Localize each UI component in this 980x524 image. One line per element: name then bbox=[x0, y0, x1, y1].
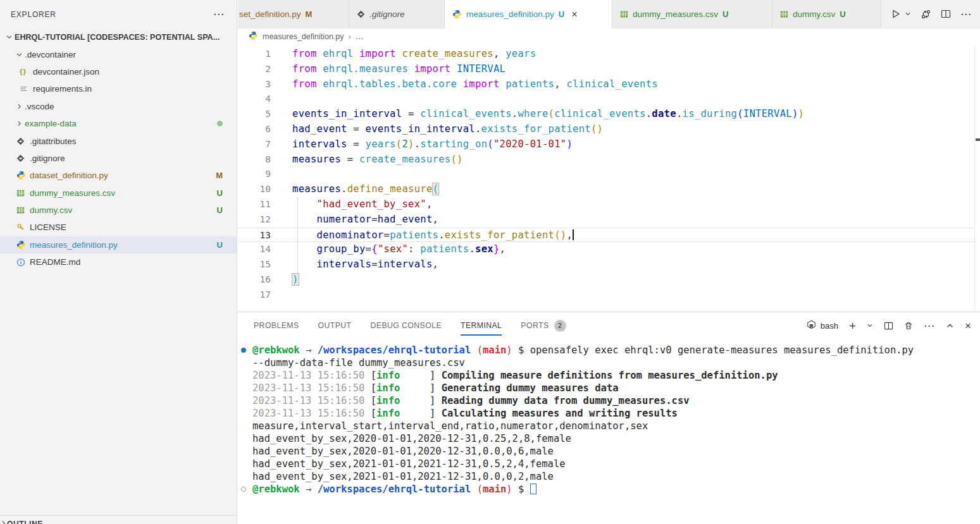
sidebar-item-measures-definition-py[interactable]: measures_definition.pyU bbox=[0, 236, 237, 253]
outline-divider bbox=[0, 515, 237, 516]
code-text: group_by={"sex": patients.sex}, bbox=[292, 242, 506, 257]
code-line-9[interactable]: 9 bbox=[238, 167, 974, 182]
sidebar-item-devcontainer[interactable]: .devcontainer bbox=[0, 46, 237, 63]
line-number: 10 bbox=[238, 182, 271, 197]
sidebar-item-devcontainer-json[interactable]: {}devcontainer.json bbox=[0, 63, 237, 80]
split-terminal-icon[interactable] bbox=[884, 321, 893, 331]
tab-measures-definition-py[interactable]: measures_definition.pyU× bbox=[445, 0, 612, 28]
panel-tab-problems[interactable]: PROBLEMS bbox=[254, 312, 299, 339]
terminal-line-2: --dummy-data-file dummy_measures.csv bbox=[238, 356, 980, 369]
tab-dummy-measures-csv[interactable]: dummy_measures.csvU bbox=[612, 0, 772, 28]
sidebar-item-license[interactable]: LICENSE bbox=[0, 219, 237, 236]
split-editor-icon[interactable] bbox=[941, 9, 951, 19]
sidebar-item-dummy-csv[interactable]: dummy.csvU bbox=[0, 202, 237, 219]
code-line-12[interactable]: 12 numerator=had_event, bbox=[238, 212, 974, 228]
editor-actions: ⋯ bbox=[881, 0, 980, 28]
git-status-badge: M bbox=[216, 171, 223, 180]
editor-group: set_definition.pyM.gitignoremeasures_def… bbox=[238, 0, 980, 524]
terminal-line-1: @rebkwok → /workspaces/ehrql-tutorial (m… bbox=[238, 344, 980, 356]
sidebar-item-dummy-measures-csv[interactable]: dummy_measures.csvU bbox=[0, 185, 237, 202]
line-number: 6 bbox=[238, 122, 271, 137]
breadcrumb: measures_definition.py › … bbox=[238, 28, 980, 45]
sidebar-item-vscode[interactable]: .vscode bbox=[0, 98, 237, 115]
code-line-2[interactable]: 2from ehrql.measures import INTERVAL bbox=[238, 62, 974, 77]
tab-dummy-csv[interactable]: dummy.csvU bbox=[772, 0, 881, 28]
code-line-16[interactable]: 16) bbox=[238, 272, 974, 288]
explorer-header: EXPLORER ⋯ bbox=[0, 0, 237, 28]
terminal-line-10: had_event_by_sex,2021-01-01,2021-12-31,0… bbox=[238, 458, 980, 470]
breadcrumb-file[interactable]: measures_definition.py bbox=[263, 32, 344, 41]
outline-section-header[interactable]: OUTLINE bbox=[0, 517, 237, 524]
sidebar-item-dataset-definition-py[interactable]: dataset_definition.pyM bbox=[0, 167, 237, 184]
panel-tab-ports[interactable]: PORTS2 bbox=[521, 312, 566, 339]
sidebar-item-readme-md[interactable]: README.md bbox=[0, 253, 237, 271]
sidebar-item-ehrql-tutorial-codespaces-potential-spa[interactable]: EHRQL-TUTORIAL [CODESPACES: POTENTIAL SP… bbox=[0, 28, 237, 46]
file-label: EHRQL-TUTORIAL [CODESPACES: POTENTIAL SP… bbox=[15, 33, 220, 42]
line-number: 4 bbox=[238, 92, 271, 107]
file-label: dataset_definition.py bbox=[30, 171, 108, 180]
close-tab-icon[interactable]: × bbox=[571, 9, 577, 20]
sidebar-item-gitignore[interactable]: .gitignore bbox=[0, 150, 237, 167]
file-label: .gitignore bbox=[30, 154, 65, 163]
info-icon bbox=[16, 258, 30, 267]
code-line-3[interactable]: 3from ehrql.tables.beta.core import pati… bbox=[238, 77, 974, 92]
code-line-6[interactable]: 6had_event = events_in_interval.exists_f… bbox=[238, 122, 974, 137]
code-text: ) bbox=[292, 272, 299, 288]
tab-label: dummy.csv bbox=[793, 9, 835, 19]
shell-icon bbox=[807, 320, 816, 331]
panel-tab-output[interactable]: OUTPUT bbox=[318, 312, 352, 339]
code-text: measures.define_measure( bbox=[292, 182, 438, 197]
line-number: 3 bbox=[238, 77, 271, 92]
code-line-1[interactable]: 1from ehrql import create_measures, year… bbox=[238, 47, 974, 62]
terminal-shell-label[interactable]: bash bbox=[807, 320, 838, 331]
prompt-decoration-icon bbox=[241, 487, 246, 492]
file-label: LICENSE bbox=[30, 222, 66, 232]
panel-tab-debug-console[interactable]: DEBUG CONSOLE bbox=[371, 312, 442, 339]
new-terminal-icon[interactable]: + bbox=[849, 320, 856, 332]
dropdown-icon[interactable] bbox=[867, 322, 873, 329]
panel-tab-terminal[interactable]: TERMINAL bbox=[461, 312, 502, 339]
tab-set-definition-py[interactable]: set_definition.pyM bbox=[238, 0, 349, 28]
code-editor[interactable]: 1from ehrql import create_measures, year… bbox=[238, 45, 974, 312]
code-line-15[interactable]: 15 intervals=intervals, bbox=[238, 257, 974, 272]
maximize-icon[interactable] bbox=[946, 322, 954, 330]
tab-gitignore[interactable]: .gitignore bbox=[349, 0, 445, 28]
code-line-7[interactable]: 7intervals = years(2).starting_on("2020-… bbox=[238, 137, 974, 152]
terminal-content[interactable]: @rebkwok → /workspaces/ehrql-tutorial (m… bbox=[238, 344, 980, 524]
terminal-line-8: had_event_by_sex,2020-01-01,2020-12-31,0… bbox=[238, 432, 980, 445]
open-changes-icon[interactable] bbox=[921, 9, 931, 20]
shell-name: bash bbox=[821, 321, 838, 331]
chevron-right-icon bbox=[14, 103, 25, 110]
file-label: measures_definition.py bbox=[30, 240, 118, 250]
code-line-11[interactable]: 11 "had_event_by_sex", bbox=[238, 197, 974, 212]
file-label: README.md bbox=[30, 257, 80, 267]
breadcrumb-symbol[interactable]: … bbox=[356, 32, 364, 41]
panel-header: PROBLEMSOUTPUTDEBUG CONSOLETERMINALPORTS… bbox=[238, 312, 980, 339]
code-line-8[interactable]: 8measures = create_measures() bbox=[238, 152, 974, 168]
run-icon[interactable] bbox=[891, 9, 901, 19]
code-line-5[interactable]: 5events_in_interval = clinical_events.wh… bbox=[238, 107, 974, 122]
more-icon[interactable]: ⋯ bbox=[960, 9, 972, 20]
git-status-badge: U bbox=[840, 9, 845, 19]
code-line-14[interactable]: 14 group_by={"sex": patients.sex}, bbox=[238, 242, 974, 257]
code-line-10[interactable]: 10measures.define_measure( bbox=[238, 182, 974, 197]
more-actions-icon[interactable]: ⋯ bbox=[213, 8, 225, 21]
bottom-panel: PROBLEMSOUTPUTDEBUG CONSOLETERMINALPORTS… bbox=[238, 312, 980, 524]
code-line-13[interactable]: 13 denominator=patients.exists_for_patie… bbox=[238, 228, 974, 243]
terminal-line-5: 2023-11-13 15:16:50 [info ] Reading dumm… bbox=[238, 394, 980, 407]
sidebar-item-requirements-in[interactable]: requirements.in bbox=[0, 80, 237, 97]
close-icon[interactable]: × bbox=[965, 320, 971, 331]
editor-scrollbar[interactable] bbox=[974, 45, 980, 312]
dropdown-icon[interactable] bbox=[905, 11, 911, 17]
sidebar-item-gitattributes[interactable]: .gitattributes bbox=[0, 132, 237, 149]
terminal-line-7: measure,interval_start,interval_end,rati… bbox=[238, 420, 980, 432]
code-line-17[interactable]: 17 bbox=[238, 288, 974, 303]
code-text: from ehrql.tables.beta.core import patie… bbox=[292, 77, 658, 92]
line-number: 2 bbox=[238, 62, 271, 77]
code-line-4[interactable]: 4 bbox=[238, 92, 974, 107]
code-text: measures = create_measures() bbox=[292, 152, 463, 168]
more-icon[interactable]: ⋯ bbox=[924, 320, 935, 331]
sidebar-item-example-data[interactable]: example-data bbox=[0, 115, 237, 132]
line-number: 14 bbox=[238, 242, 271, 257]
kill-terminal-icon[interactable] bbox=[904, 321, 913, 331]
